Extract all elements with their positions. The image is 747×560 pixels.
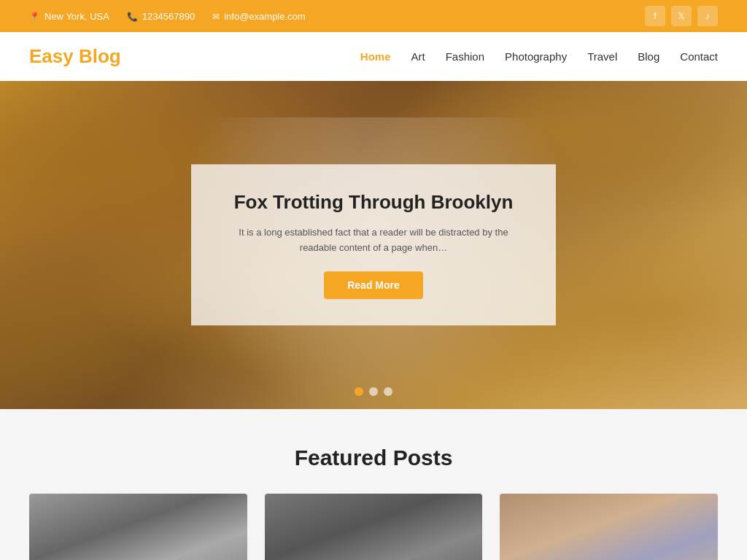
posts-grid [29, 494, 718, 560]
topbar-contact: New York, USA 1234567890 info@example.co… [29, 11, 306, 22]
nav-art[interactable]: Art [411, 50, 425, 63]
topbar-phone: 1234567890 [127, 11, 195, 22]
post-card-3[interactable] [500, 494, 718, 560]
hero-content-box: Fox Trotting Through Brooklyn It is a lo… [191, 164, 556, 325]
twitter-button[interactable]: 𝕏 [671, 6, 692, 26]
nav-contact[interactable]: Contact [680, 50, 718, 63]
featured-title: Featured Posts [29, 446, 718, 470]
nav-travel[interactable]: Travel [587, 50, 617, 63]
social-links: f 𝕏 ♪ [645, 6, 718, 26]
facebook-button[interactable]: f [645, 6, 665, 26]
topbar-location: New York, USA [29, 11, 109, 22]
featured-section: Featured Posts [0, 409, 747, 560]
hero-section: Fox Trotting Through Brooklyn It is a lo… [0, 81, 747, 409]
pin-icon [29, 11, 40, 22]
phone-icon [127, 11, 138, 22]
topbar-email: info@example.com [212, 11, 305, 22]
site-logo[interactable]: Easy Blog [29, 45, 121, 68]
tiktok-button[interactable]: ♪ [697, 6, 718, 26]
hero-description: It is a long established fact that a rea… [228, 225, 519, 256]
post-card-1[interactable] [29, 494, 247, 560]
slide-dot-1[interactable] [355, 387, 363, 396]
email-icon [212, 11, 220, 22]
nav-photography[interactable]: Photography [505, 50, 567, 63]
header: Easy Blog Home Art Fashion Photography T… [0, 32, 747, 81]
email-text: info@example.com [224, 11, 305, 22]
slide-dot-3[interactable] [384, 387, 392, 396]
nav-home[interactable]: Home [360, 50, 391, 63]
post-card-2[interactable] [265, 494, 483, 560]
slider-dots [355, 387, 392, 396]
read-more-button[interactable]: Read More [324, 272, 423, 300]
nav-fashion[interactable]: Fashion [446, 50, 484, 63]
nav-blog[interactable]: Blog [638, 50, 659, 63]
phone-text: 1234567890 [142, 11, 195, 22]
location-text: New York, USA [44, 11, 109, 22]
main-nav: Home Art Fashion Photography Travel Blog… [360, 50, 718, 63]
hero-title: Fox Trotting Through Brooklyn [228, 190, 519, 215]
slide-dot-2[interactable] [369, 387, 378, 396]
topbar: New York, USA 1234567890 info@example.co… [0, 0, 747, 32]
